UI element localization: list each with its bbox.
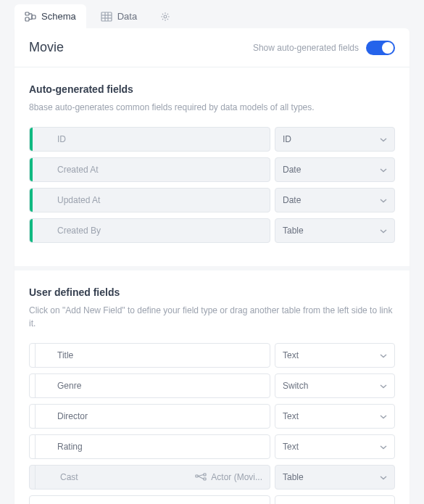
field-type-label: Text — [283, 442, 299, 452]
field-label: Cast — [36, 472, 78, 482]
section-title: Auto-generated fields — [29, 83, 395, 95]
field-handle[interactable] — [30, 466, 36, 489]
tab-data-label: Data — [117, 11, 137, 22]
field-type-select[interactable]: Text — [275, 404, 395, 429]
svg-line-16 — [198, 476, 204, 479]
field-type-label: ID — [283, 134, 291, 144]
field-type-select[interactable]: Table — [275, 218, 395, 243]
tab-data[interactable]: Data — [91, 4, 147, 28]
chevron-down-icon — [380, 226, 387, 236]
section-desc: 8base auto-generates common fields requi… — [29, 101, 395, 114]
field-row: Genre Switch — [29, 373, 395, 398]
svg-rect-5 — [32, 15, 36, 19]
field-label: ID — [33, 134, 66, 144]
tab-schema[interactable]: Schema — [14, 4, 86, 28]
field-name-box: Created By — [29, 218, 270, 243]
page-title: Movie — [29, 40, 64, 55]
chevron-down-icon — [380, 411, 387, 421]
schema-panel: Movie Show auto-generated fields Auto-ge… — [14, 28, 410, 504]
add-field-box[interactable] — [29, 495, 270, 504]
gear-icon — [160, 12, 172, 22]
field-row: Created By Table — [29, 218, 395, 243]
field-type-label: Table — [283, 226, 304, 236]
relation-text: Actor (Movi... — [211, 472, 262, 482]
field-label: Created By — [33, 226, 101, 236]
field-row: Rating Text — [29, 434, 395, 459]
field-type-label: Date — [283, 195, 301, 205]
svg-point-11 — [164, 15, 167, 18]
chevron-down-icon — [380, 350, 387, 360]
toggle-label: Show auto-generated fields — [253, 43, 359, 53]
field-handle[interactable] — [30, 405, 36, 428]
field-accent-none — [30, 496, 36, 504]
field-relation: Actor (Movi... — [195, 472, 270, 482]
field-handle[interactable] — [30, 344, 36, 367]
field-name-box[interactable]: Director — [29, 404, 270, 429]
chevron-down-icon — [380, 442, 387, 452]
field-type-label: Text — [283, 411, 299, 421]
tabs-bar: Schema Data — [14, 4, 424, 28]
chevron-down-icon — [380, 195, 387, 205]
field-name-box[interactable]: Genre — [29, 373, 270, 398]
chevron-down-icon — [380, 134, 387, 144]
field-type-select[interactable]: Date — [275, 188, 395, 212]
field-label: Rating — [36, 442, 83, 452]
field-type-select[interactable]: Date — [275, 157, 395, 182]
data-icon — [101, 12, 112, 22]
field-row: ID ID — [29, 127, 395, 152]
field-name-box[interactable]: Rating — [29, 434, 270, 459]
field-handle[interactable] — [30, 435, 36, 458]
schema-icon — [25, 12, 36, 22]
field-label: Genre — [36, 381, 81, 391]
svg-rect-12 — [196, 475, 198, 477]
chevron-down-icon — [380, 165, 387, 175]
field-type-label: Text — [283, 350, 299, 360]
field-type-label: Date — [283, 165, 301, 175]
section-title: User defined fields — [29, 286, 395, 298]
svg-rect-6 — [101, 12, 112, 21]
field-name-box[interactable]: Title — [29, 343, 270, 368]
field-type-select[interactable]: ID — [275, 127, 395, 152]
field-type-select[interactable]: Text — [275, 434, 395, 459]
field-type-select[interactable]: Text — [275, 343, 395, 368]
field-row: Cast Actor (Movi... Table — [29, 465, 395, 489]
field-label: Director — [36, 411, 88, 421]
user-defined-section: User defined fields Click on "Add New Fi… — [14, 266, 410, 504]
svg-rect-0 — [25, 12, 29, 15]
field-type-label: Switch — [283, 381, 308, 391]
field-label: Created At — [33, 165, 99, 175]
svg-rect-13 — [204, 474, 206, 476]
field-row: Title Text — [29, 343, 395, 368]
field-row: Director Text — [29, 404, 395, 429]
tab-settings[interactable] — [151, 4, 180, 28]
field-type-select[interactable]: Switch — [275, 373, 395, 398]
field-row: Updated At Date — [29, 188, 395, 212]
chevron-down-icon — [380, 472, 387, 482]
field-name-box[interactable]: Cast Actor (Movi... — [29, 465, 270, 489]
field-label: Title — [36, 350, 73, 360]
auto-fields-toggle[interactable] — [366, 41, 395, 55]
relation-icon — [195, 473, 207, 482]
add-field-row: Select Data Type — [29, 495, 395, 504]
section-desc: Click on "Add New Field" to define your … — [29, 304, 395, 330]
field-name-box: ID — [29, 127, 270, 152]
add-field-type-select[interactable]: Select Data Type — [275, 495, 395, 504]
field-name-box: Updated At — [29, 188, 270, 212]
field-row: Created At Date — [29, 157, 395, 182]
field-label: Updated At — [33, 195, 100, 205]
auto-generated-section: Auto-generated fields 8base auto-generat… — [14, 67, 410, 266]
field-type-label: Table — [283, 472, 304, 482]
add-field-input[interactable] — [36, 496, 270, 504]
field-type-select[interactable]: Table — [275, 465, 395, 489]
field-name-box: Created At — [29, 157, 270, 182]
svg-rect-1 — [25, 17, 29, 21]
svg-line-15 — [198, 475, 204, 476]
tab-schema-label: Schema — [41, 11, 76, 22]
field-handle[interactable] — [30, 374, 36, 397]
chevron-down-icon — [380, 381, 387, 391]
panel-header: Movie Show auto-generated fields — [14, 28, 410, 67]
svg-rect-14 — [204, 478, 206, 480]
